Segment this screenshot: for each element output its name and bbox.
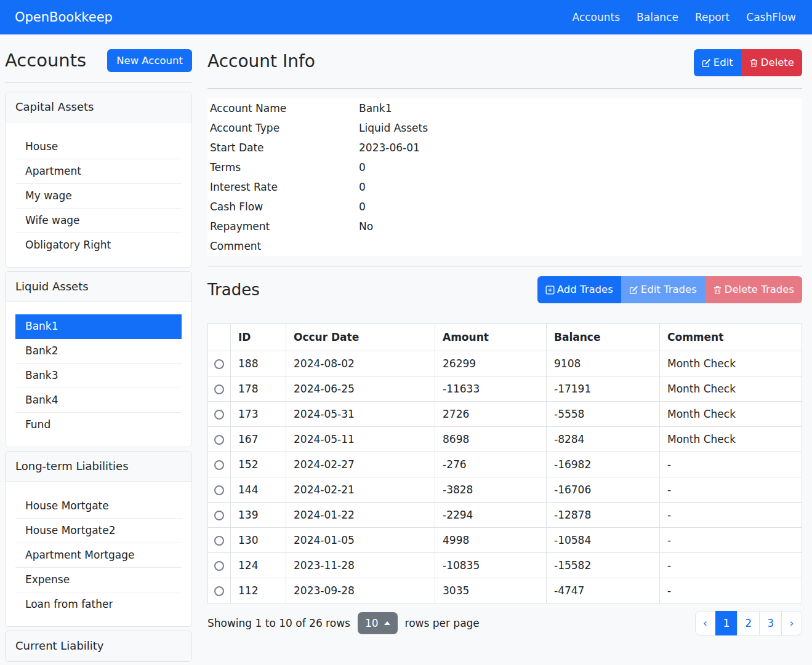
cell-amount: -3828 (435, 477, 547, 503)
sidebar-item-bank4[interactable]: Bank4 (15, 388, 182, 413)
trade-row[interactable]: 1442024-02-21-3828-16706- (208, 477, 802, 503)
page-1-button[interactable]: 1 (715, 611, 738, 635)
info-trades-divider (207, 266, 802, 266)
page-next-button[interactable]: › (781, 611, 802, 635)
cell-occur-date: 2024-05-11 (286, 427, 435, 452)
rows-per-page-text: rows per page (405, 617, 480, 629)
cell-id: 152 (231, 452, 286, 477)
cell-id: 139 (231, 503, 286, 528)
group-list: House MortgateHouse Mortgate2Apartment M… (6, 482, 191, 626)
cell-amount: 4998 (435, 528, 547, 553)
sidebar-item-house-mortgate2[interactable]: House Mortgate2 (15, 519, 182, 543)
trade-row[interactable]: 1672024-05-118698-8284Month Check (208, 427, 802, 452)
cell-balance: -16982 (547, 452, 660, 477)
info-row-comment: Comment (210, 236, 800, 256)
cell-amount: 26299 (435, 351, 547, 376)
info-label: Account Type (210, 122, 359, 134)
sidebar-item-loan-from-father[interactable]: Loan from father (15, 592, 182, 616)
info-row-start-date: Start Date2023-06-01 (210, 138, 800, 157)
group-title: Capital Assets (6, 92, 191, 122)
sidebar-item-house-mortgate[interactable]: House Mortgate (15, 494, 182, 519)
sidebar-item-my-wage[interactable]: My wage (15, 184, 182, 209)
cell-occur-date: 2024-08-02 (286, 351, 435, 376)
row-select-radio[interactable] (214, 536, 224, 546)
info-label: Cash Flow (210, 201, 359, 213)
row-select-radio[interactable] (214, 460, 224, 470)
page-size-dropdown[interactable]: 10 (358, 612, 398, 634)
edit-trades-button[interactable]: Edit Trades (621, 276, 705, 303)
main-content: Account Info Edit (207, 49, 802, 635)
trade-row[interactable]: 1302024-01-054998-10584- (208, 528, 802, 553)
add-trades-button[interactable]: Add Trades (537, 276, 621, 303)
row-select-radio[interactable] (214, 384, 224, 394)
row-select-radio[interactable] (214, 435, 224, 445)
sidebar-item-obligatory-right[interactable]: Obligatory Right (15, 233, 182, 257)
trade-row[interactable]: 1392024-01-22-2294-12878- (208, 503, 802, 528)
cell-comment: Month Check (660, 351, 802, 376)
nav-item-balance[interactable]: Balance (637, 11, 678, 23)
cell-id: 173 (231, 402, 286, 427)
navbar-menu: AccountsBalanceReportCashFlow (573, 11, 796, 23)
page-3-button[interactable]: 3 (759, 611, 782, 635)
info-row-repayment: RepaymentNo (210, 217, 800, 236)
delete-trades-button[interactable]: Delete Trades (705, 276, 802, 303)
sidebar-item-bank3[interactable]: Bank3 (15, 364, 182, 388)
info-value: 0 (359, 161, 800, 173)
app-brand[interactable]: OpenBookkeep (15, 10, 113, 25)
cell-id: 112 (231, 578, 286, 603)
delete-account-button[interactable]: Delete (741, 49, 802, 76)
pencil-square-icon (629, 285, 638, 295)
pagination-info: Showing 1 to 10 of 26 rows 10 rows per p… (207, 612, 480, 634)
row-select-radio[interactable] (214, 586, 224, 596)
row-select-radio[interactable] (214, 410, 224, 420)
row-select-radio[interactable] (214, 485, 224, 495)
row-select-cell (208, 477, 231, 503)
sidebar-item-bank1[interactable]: Bank1 (15, 314, 182, 339)
info-label: Terms (210, 161, 359, 173)
row-select-cell (208, 351, 231, 376)
page-2-button[interactable]: 2 (737, 611, 760, 635)
page-prev-button[interactable]: ‹ (695, 611, 716, 635)
pencil-square-icon (702, 58, 711, 68)
row-select-radio[interactable] (214, 511, 224, 520)
sidebar-item-bank2[interactable]: Bank2 (15, 339, 182, 364)
cell-id: 188 (231, 351, 286, 376)
nav-item-cashflow[interactable]: CashFlow (746, 11, 796, 23)
edit-trades-label: Edit Trades (641, 283, 697, 297)
cell-id: 124 (231, 553, 286, 578)
sidebar-item-expense[interactable]: Expense (15, 568, 182, 592)
sidebar-item-apartment[interactable]: Apartment (15, 159, 182, 184)
cell-id: 167 (231, 427, 286, 452)
cell-occur-date: 2024-01-05 (286, 528, 435, 553)
trade-row[interactable]: 1782024-06-25-11633-17191Month Check (208, 376, 802, 402)
navbar: OpenBookkeep AccountsBalanceReportCashFl… (0, 0, 812, 34)
account-group-liquid-assets: Liquid AssetsBank1Bank2Bank3Bank4Fund (5, 271, 192, 447)
cell-occur-date: 2023-09-28 (286, 578, 435, 603)
layout: Accounts New Account Capital AssetsHouse… (0, 34, 812, 665)
new-account-button[interactable]: New Account (107, 49, 192, 72)
row-select-radio[interactable] (214, 561, 224, 571)
plus-square-icon (545, 285, 555, 295)
trades-actions: Add Trades Edit Trades (537, 276, 802, 303)
cell-comment: - (660, 452, 802, 477)
trade-row[interactable]: 1732024-05-312726-5558Month Check (208, 402, 802, 427)
trade-row[interactable]: 1122023-09-283035-4747- (208, 578, 802, 603)
sidebar-item-wife-wage[interactable]: Wife wage (15, 209, 182, 233)
cell-balance: 9108 (547, 351, 660, 376)
row-select-radio[interactable] (214, 359, 224, 369)
trade-row[interactable]: 1242023-11-28-10835-15582- (208, 553, 802, 578)
header-divider (207, 88, 802, 89)
trade-row[interactable]: 1882024-08-02262999108Month Check (208, 351, 802, 376)
nav-item-report[interactable]: Report (695, 11, 730, 23)
trade-row[interactable]: 1522024-02-27-276-16982- (208, 452, 802, 477)
cell-comment: - (660, 503, 802, 528)
sidebar-item-apartment-mortgage[interactable]: Apartment Mortgage (15, 543, 182, 568)
info-value: Bank1 (359, 102, 800, 114)
edit-account-button[interactable]: Edit (694, 49, 741, 76)
sidebar-item-fund[interactable]: Fund (15, 413, 182, 437)
account-group-long-term-liabilities: Long-term LiabilitiesHouse MortgateHouse… (5, 451, 192, 627)
cell-occur-date: 2024-06-25 (286, 376, 435, 402)
nav-item-accounts[interactable]: Accounts (573, 11, 621, 23)
info-value: 0 (359, 201, 800, 213)
sidebar-item-house[interactable]: House (15, 135, 182, 159)
